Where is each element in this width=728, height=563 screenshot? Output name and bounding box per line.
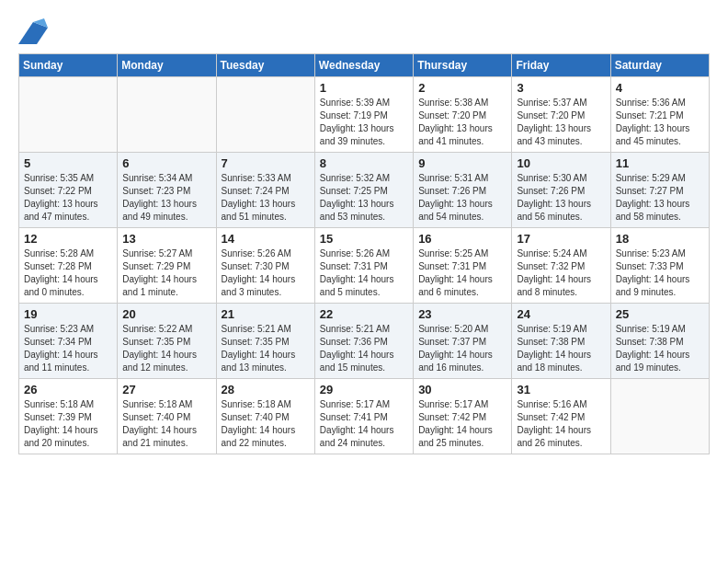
day-info: Sunrise: 5:32 AM Sunset: 7:25 PM Dayligh… <box>320 172 408 224</box>
day-info: Sunrise: 5:29 AM Sunset: 7:27 PM Dayligh… <box>616 172 704 224</box>
day-header-saturday: Saturday <box>610 54 709 77</box>
calendar-cell <box>118 77 216 153</box>
day-info: Sunrise: 5:21 AM Sunset: 7:36 PM Dayligh… <box>320 323 408 374</box>
calendar-cell <box>19 77 118 153</box>
calendar-cell: 12Sunrise: 5:28 AM Sunset: 7:28 PM Dayli… <box>19 228 118 304</box>
calendar-cell <box>216 77 314 153</box>
day-info: Sunrise: 5:34 AM Sunset: 7:23 PM Dayligh… <box>122 172 210 224</box>
day-number: 8 <box>320 156 408 170</box>
calendar-cell <box>610 379 709 454</box>
calendar-cell: 7Sunrise: 5:33 AM Sunset: 7:24 PM Daylig… <box>216 153 314 228</box>
calendar-cell: 6Sunrise: 5:34 AM Sunset: 7:23 PM Daylig… <box>118 153 216 228</box>
calendar-cell: 1Sunrise: 5:39 AM Sunset: 7:19 PM Daylig… <box>314 77 413 153</box>
calendar-header: SundayMondayTuesdayWednesdayThursdayFrid… <box>19 54 710 77</box>
week-row-4: 19Sunrise: 5:23 AM Sunset: 7:34 PM Dayli… <box>19 304 710 379</box>
day-number: 15 <box>320 232 408 246</box>
logo <box>18 18 53 44</box>
day-number: 6 <box>122 156 210 170</box>
day-number: 5 <box>24 156 112 170</box>
day-number: 24 <box>517 307 605 321</box>
calendar-cell: 18Sunrise: 5:23 AM Sunset: 7:33 PM Dayli… <box>610 228 709 304</box>
day-header-wednesday: Wednesday <box>314 54 413 77</box>
day-info: Sunrise: 5:39 AM Sunset: 7:19 PM Dayligh… <box>320 97 408 148</box>
day-number: 14 <box>222 232 310 246</box>
week-row-5: 26Sunrise: 5:18 AM Sunset: 7:39 PM Dayli… <box>19 379 710 454</box>
day-header-sunday: Sunday <box>19 54 118 77</box>
day-number: 25 <box>616 307 704 321</box>
day-number: 13 <box>122 232 210 246</box>
day-info: Sunrise: 5:25 AM Sunset: 7:31 PM Dayligh… <box>418 247 506 299</box>
calendar-cell: 19Sunrise: 5:23 AM Sunset: 7:34 PM Dayli… <box>19 304 118 379</box>
calendar-cell: 21Sunrise: 5:21 AM Sunset: 7:35 PM Dayli… <box>216 304 314 379</box>
day-number: 21 <box>222 307 310 321</box>
day-number: 10 <box>517 156 605 170</box>
calendar-cell: 30Sunrise: 5:17 AM Sunset: 7:42 PM Dayli… <box>414 379 512 454</box>
week-row-3: 12Sunrise: 5:28 AM Sunset: 7:28 PM Dayli… <box>19 228 710 304</box>
calendar-cell: 17Sunrise: 5:24 AM Sunset: 7:32 PM Dayli… <box>512 228 610 304</box>
day-info: Sunrise: 5:38 AM Sunset: 7:20 PM Dayligh… <box>418 97 506 148</box>
day-info: Sunrise: 5:19 AM Sunset: 7:38 PM Dayligh… <box>616 323 704 374</box>
day-header-friday: Friday <box>512 54 610 77</box>
day-info: Sunrise: 5:23 AM Sunset: 7:34 PM Dayligh… <box>24 323 112 374</box>
day-info: Sunrise: 5:33 AM Sunset: 7:24 PM Dayligh… <box>222 172 310 224</box>
calendar-cell: 23Sunrise: 5:20 AM Sunset: 7:37 PM Dayli… <box>414 304 512 379</box>
calendar-cell: 14Sunrise: 5:26 AM Sunset: 7:30 PM Dayli… <box>216 228 314 304</box>
day-info: Sunrise: 5:20 AM Sunset: 7:37 PM Dayligh… <box>418 323 506 374</box>
day-info: Sunrise: 5:26 AM Sunset: 7:31 PM Dayligh… <box>320 247 408 299</box>
day-info: Sunrise: 5:36 AM Sunset: 7:21 PM Dayligh… <box>616 97 704 148</box>
calendar-cell: 20Sunrise: 5:22 AM Sunset: 7:35 PM Dayli… <box>118 304 216 379</box>
day-number: 3 <box>517 81 605 95</box>
day-info: Sunrise: 5:37 AM Sunset: 7:20 PM Dayligh… <box>517 97 605 148</box>
day-info: Sunrise: 5:18 AM Sunset: 7:39 PM Dayligh… <box>24 398 112 450</box>
day-number: 28 <box>222 383 310 396</box>
day-header-tuesday: Tuesday <box>216 54 314 77</box>
calendar-cell: 15Sunrise: 5:26 AM Sunset: 7:31 PM Dayli… <box>314 228 413 304</box>
calendar-cell: 2Sunrise: 5:38 AM Sunset: 7:20 PM Daylig… <box>414 77 512 153</box>
day-info: Sunrise: 5:18 AM Sunset: 7:40 PM Dayligh… <box>122 398 210 450</box>
day-number: 11 <box>616 156 704 170</box>
day-number: 23 <box>418 307 506 321</box>
calendar-cell: 28Sunrise: 5:18 AM Sunset: 7:40 PM Dayli… <box>216 379 314 454</box>
calendar-cell: 3Sunrise: 5:37 AM Sunset: 7:20 PM Daylig… <box>512 77 610 153</box>
day-info: Sunrise: 5:27 AM Sunset: 7:29 PM Dayligh… <box>122 247 210 299</box>
day-number: 31 <box>517 383 605 396</box>
day-number: 29 <box>320 383 408 396</box>
day-info: Sunrise: 5:17 AM Sunset: 7:41 PM Dayligh… <box>320 398 408 450</box>
week-row-2: 5Sunrise: 5:35 AM Sunset: 7:22 PM Daylig… <box>19 153 710 228</box>
page-header <box>18 18 710 44</box>
day-number: 1 <box>320 81 408 95</box>
day-info: Sunrise: 5:24 AM Sunset: 7:32 PM Dayligh… <box>517 247 605 299</box>
calendar-cell: 8Sunrise: 5:32 AM Sunset: 7:25 PM Daylig… <box>314 153 413 228</box>
day-number: 27 <box>122 383 210 396</box>
day-info: Sunrise: 5:18 AM Sunset: 7:40 PM Dayligh… <box>222 398 310 450</box>
day-number: 2 <box>418 81 506 95</box>
day-number: 4 <box>616 81 704 95</box>
day-info: Sunrise: 5:16 AM Sunset: 7:42 PM Dayligh… <box>517 398 605 450</box>
calendar-cell: 5Sunrise: 5:35 AM Sunset: 7:22 PM Daylig… <box>19 153 118 228</box>
calendar-cell: 4Sunrise: 5:36 AM Sunset: 7:21 PM Daylig… <box>610 77 709 153</box>
day-number: 30 <box>418 383 506 396</box>
calendar-cell: 24Sunrise: 5:19 AM Sunset: 7:38 PM Dayli… <box>512 304 610 379</box>
day-info: Sunrise: 5:21 AM Sunset: 7:35 PM Dayligh… <box>222 323 310 374</box>
day-info: Sunrise: 5:30 AM Sunset: 7:26 PM Dayligh… <box>517 172 605 224</box>
calendar-cell: 25Sunrise: 5:19 AM Sunset: 7:38 PM Dayli… <box>610 304 709 379</box>
day-number: 22 <box>320 307 408 321</box>
day-number: 7 <box>222 156 310 170</box>
day-header-thursday: Thursday <box>414 54 512 77</box>
day-header-monday: Monday <box>118 54 216 77</box>
calendar-cell: 31Sunrise: 5:16 AM Sunset: 7:42 PM Dayli… <box>512 379 610 454</box>
day-info: Sunrise: 5:17 AM Sunset: 7:42 PM Dayligh… <box>418 398 506 450</box>
calendar-cell: 29Sunrise: 5:17 AM Sunset: 7:41 PM Dayli… <box>314 379 413 454</box>
calendar-cell: 27Sunrise: 5:18 AM Sunset: 7:40 PM Dayli… <box>118 379 216 454</box>
day-number: 18 <box>616 232 704 246</box>
calendar-cell: 10Sunrise: 5:30 AM Sunset: 7:26 PM Dayli… <box>512 153 610 228</box>
calendar-table: SundayMondayTuesdayWednesdayThursdayFrid… <box>18 53 710 454</box>
calendar-cell: 11Sunrise: 5:29 AM Sunset: 7:27 PM Dayli… <box>610 153 709 228</box>
day-number: 12 <box>24 232 112 246</box>
calendar-cell: 13Sunrise: 5:27 AM Sunset: 7:29 PM Dayli… <box>118 228 216 304</box>
day-number: 17 <box>517 232 605 246</box>
calendar-cell: 22Sunrise: 5:21 AM Sunset: 7:36 PM Dayli… <box>314 304 413 379</box>
day-info: Sunrise: 5:22 AM Sunset: 7:35 PM Dayligh… <box>122 323 210 374</box>
logo-icon <box>18 18 48 44</box>
day-info: Sunrise: 5:31 AM Sunset: 7:26 PM Dayligh… <box>418 172 506 224</box>
